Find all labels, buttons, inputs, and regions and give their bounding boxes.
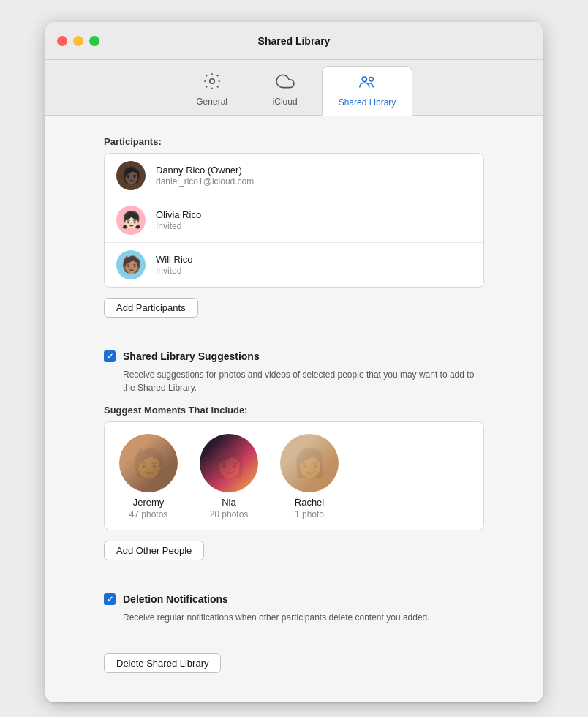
participants-label: Participants: — [104, 136, 484, 147]
rachel-face: 👩 — [293, 449, 327, 477]
participant-status: Invited — [156, 221, 201, 231]
add-other-people-button[interactable]: Add Other People — [104, 541, 204, 560]
minimize-button[interactable] — [73, 36, 83, 46]
deletion-checkbox-row: ✓ Deletion Notifications — [104, 593, 484, 605]
table-row: 👧🏻 Olivia Rico Invited — [105, 198, 483, 243]
cloud-icon — [276, 72, 295, 94]
moment-photo-count: 1 photo — [295, 509, 324, 519]
nia-photo: 👩 — [200, 434, 258, 492]
jeremy-photo: 🧑 — [119, 434, 178, 492]
suggestions-checkbox[interactable]: ✓ — [104, 350, 116, 362]
window-title: Shared Library — [258, 35, 331, 47]
suggestions-label: Shared Library Suggestions — [123, 350, 260, 362]
maximize-button[interactable] — [89, 36, 99, 46]
moment-person-name: Jeremy — [133, 497, 165, 508]
will-avatar-emoji: 🧑🏽 — [121, 255, 141, 274]
delete-shared-library-button[interactable]: Delete Shared Library — [104, 653, 221, 673]
moment-person-name: Rachel — [295, 497, 324, 508]
tab-shared-library[interactable]: Shared Library — [322, 66, 413, 116]
main-content: Participants: 🧑🏿 Danny Rico (Owner) dani… — [45, 116, 543, 702]
participant-status: Invited — [156, 266, 193, 276]
olivia-avatar-emoji: 👧🏻 — [121, 211, 141, 230]
participant-info-danny: Danny Rico (Owner) daniel_rico1@icloud.c… — [156, 165, 254, 187]
participant-sub: daniel_rico1@icloud.com — [156, 176, 254, 187]
participants-list: 🧑🏿 Danny Rico (Owner) daniel_rico1@iclou… — [104, 153, 484, 288]
add-participants-button[interactable]: Add Participants — [104, 298, 198, 318]
tab-icloud[interactable]: iCloud — [249, 66, 322, 115]
people-icon — [358, 72, 377, 94]
list-item[interactable]: 🧑 Jeremy 47 photos — [119, 434, 178, 519]
participant-name: Olivia Rico — [156, 209, 201, 220]
deletion-label: Deletion Notifications — [123, 593, 228, 605]
divider-2 — [104, 577, 484, 577]
participant-name: Danny Rico (Owner) — [156, 165, 254, 176]
checkmark-icon: ✓ — [107, 596, 113, 604]
avatar: 🧑🏽 — [116, 250, 146, 279]
moment-photo-count: 47 photos — [129, 509, 168, 519]
nia-face: 👩 — [212, 449, 246, 477]
tab-shared-library-label: Shared Library — [339, 97, 396, 108]
list-item[interactable]: 👩 Nia 20 photos — [200, 434, 258, 519]
svg-point-1 — [362, 77, 367, 82]
suggestions-checkbox-row: ✓ Shared Library Suggestions — [104, 350, 484, 362]
jeremy-face: 🧑 — [132, 449, 166, 477]
app-window: Shared Library General iCloud — [45, 22, 543, 702]
suggest-moments-label: Suggest Moments That Include: — [104, 405, 484, 416]
gear-icon — [203, 72, 222, 94]
window-controls — [57, 36, 99, 46]
avatar: 🧑🏿 — [116, 161, 146, 190]
tab-icloud-label: iCloud — [273, 97, 298, 107]
tab-general-label: General — [196, 97, 227, 107]
moment-photo-count: 20 photos — [210, 509, 249, 519]
participant-name: Will Rico — [156, 254, 193, 265]
participant-info-will: Will Rico Invited — [156, 254, 193, 276]
danny-avatar-emoji: 🧑🏿 — [121, 166, 141, 185]
table-row: 🧑🏽 Will Rico Invited — [105, 243, 483, 287]
deletion-description: Receive regular notifications when other… — [104, 611, 484, 624]
moments-box: 🧑 Jeremy 47 photos 👩 Nia 20 photos 👩 Rac… — [104, 421, 484, 530]
tabbar: General iCloud Shared Library — [45, 60, 543, 116]
tab-general[interactable]: General — [176, 66, 249, 115]
moment-person-name: Nia — [222, 497, 236, 508]
divider-1 — [104, 334, 484, 334]
checkmark-icon: ✓ — [107, 353, 113, 361]
suggestions-description: Receive suggestions for photos and video… — [104, 368, 484, 394]
deletion-checkbox[interactable]: ✓ — [104, 593, 116, 605]
participant-info-olivia: Olivia Rico Invited — [156, 209, 201, 231]
titlebar: Shared Library — [45, 22, 543, 60]
table-row: 🧑🏿 Danny Rico (Owner) daniel_rico1@iclou… — [105, 154, 483, 198]
list-item[interactable]: 👩 Rachel 1 photo — [280, 434, 339, 519]
avatar: 👧🏻 — [116, 206, 146, 235]
rachel-photo: 👩 — [280, 434, 339, 492]
close-button[interactable] — [57, 36, 67, 46]
svg-point-0 — [209, 79, 214, 84]
svg-point-2 — [369, 78, 374, 82]
